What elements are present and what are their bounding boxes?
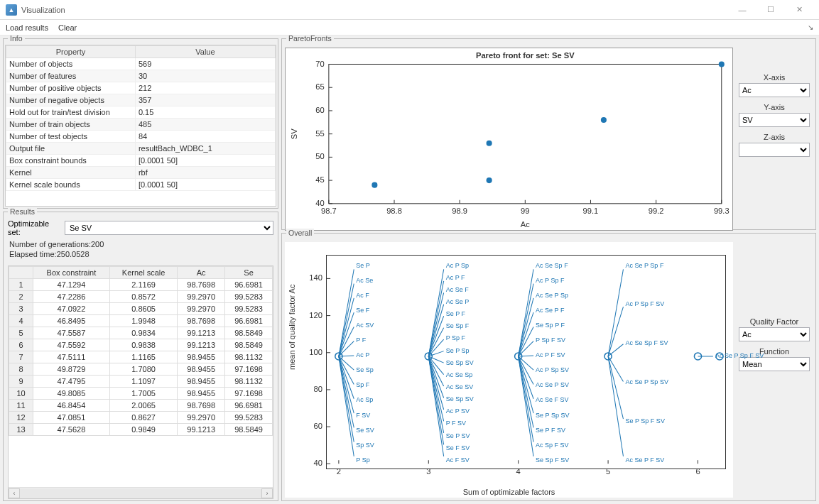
overall-series-label: Ac P [356, 351, 369, 358]
info-table-scroll[interactable]: Property Value Number of objects569Numbe… [6, 45, 276, 206]
info-prop: Number of negative objects [6, 94, 136, 106]
overall-series-label: Se Sp SV [446, 395, 474, 402]
svg-text:60: 60 [315, 106, 324, 114]
info-prop: Output file [6, 143, 136, 155]
table-row[interactable]: 647.55920.983899.121398.5849 [9, 339, 273, 351]
table-row[interactable]: 446.84951.994898.769896.6981 [9, 314, 273, 327]
overall-series-label: Ac Se SV [446, 383, 474, 390]
elapsed-label: Elapsed time: [9, 250, 57, 258]
results-grid: Box constraintKernel scaleAcSe 147.12942… [9, 266, 273, 436]
grid-cell: 49.8085 [33, 387, 110, 399]
overall-series-label: Ac Se Sp F SV [626, 339, 668, 346]
table-row[interactable]: 147.12942.116998.769896.6981 [9, 278, 273, 290]
svg-text:40: 40 [315, 199, 324, 207]
z-axis-select[interactable] [739, 143, 810, 157]
grid-cell: 98.7698 [178, 399, 225, 411]
svg-text:45: 45 [315, 175, 324, 184]
overall-series-label: Ac Se F SV [536, 396, 569, 403]
pareto-panel-title: ParetoFronts [286, 35, 334, 43]
scroll-right-icon[interactable]: › [261, 488, 273, 498]
overall-series-label: Ac Sp F SV [536, 442, 569, 449]
svg-rect-0 [329, 64, 722, 203]
results-panel: Results Optimizable set: Se SV Number of… [3, 212, 278, 501]
grid-cell: 96.6981 [225, 278, 273, 290]
grid-cell: 99.2970 [178, 302, 225, 314]
maximize-button[interactable]: ☐ [756, 0, 785, 19]
info-val: 30 [135, 70, 275, 82]
overall-series-label: Ac Sp [356, 396, 373, 403]
optimizable-set-select[interactable]: Se SV [65, 221, 273, 235]
info-prop: Number of positive objects [6, 82, 136, 94]
table-row[interactable]: 547.55870.983499.121398.5849 [9, 327, 273, 339]
info-val: 212 [135, 82, 275, 94]
info-val: rbf [135, 167, 275, 179]
quality-factor-label: Quality Factor [739, 317, 810, 326]
table-row[interactable]: 1049.80851.700598.945597.1698 [9, 387, 273, 399]
results-hscroll[interactable]: ‹ › [9, 487, 273, 498]
svg-text:98.7: 98.7 [321, 207, 337, 215]
overall-series-label: Ac Se P Sp [536, 292, 568, 299]
info-val: 0.15 [135, 106, 275, 119]
svg-text:50: 50 [315, 152, 324, 160]
overall-series-label: Ac Se P Sp F SV [715, 352, 764, 359]
overall-series-label: Ac Se P Sp F [626, 262, 664, 269]
grid-cell: 99.5283 [225, 302, 273, 314]
overall-panel-title: Overall [286, 229, 314, 237]
x-axis-select[interactable]: Ac [739, 83, 810, 97]
grid-cell: 1.7080 [109, 363, 177, 375]
y-axis-label: Y-axis [739, 103, 810, 111]
table-row[interactable]: 347.09220.860599.297099.5283 [9, 302, 273, 314]
quality-factor-select[interactable]: Ac [739, 327, 810, 341]
minimize-button[interactable]: — [728, 0, 756, 19]
results-grid-scroll[interactable]: Box constraintKernel scaleAcSe 147.12942… [9, 266, 273, 487]
y-axis-select[interactable]: SV [739, 113, 810, 127]
menu-chevron-icon[interactable]: ↘ [808, 23, 813, 31]
grid-cell: 96.6981 [225, 399, 273, 411]
grid-col: Kernel scale [109, 266, 177, 278]
svg-text:100: 100 [309, 348, 322, 356]
overall-series-label: Se Sp SV [446, 359, 474, 366]
grid-col: Se [225, 266, 273, 278]
grid-cell: 96.6981 [225, 314, 273, 327]
overall-series-label: Sp SV [356, 442, 374, 449]
row-number: 6 [9, 339, 33, 351]
clear-menu[interactable]: Clear [58, 23, 77, 32]
grid-cell: 99.1213 [178, 423, 225, 435]
overall-series-label: Se P F [446, 310, 465, 317]
table-row[interactable]: 947.47951.109798.945598.1132 [9, 375, 273, 387]
table-row[interactable]: 247.22860.857299.297099.5283 [9, 290, 273, 302]
grid-cell: 98.1132 [225, 375, 273, 387]
load-results-menu[interactable]: Load results [6, 23, 48, 32]
overall-series-label: Ac P Sp F [536, 277, 564, 284]
grid-cell: 98.9455 [178, 351, 225, 363]
row-number: 7 [9, 351, 33, 363]
overall-series-label: Ac P Sp SV [536, 366, 569, 373]
info-val: [0.0001 50] [135, 179, 275, 191]
svg-text:Pareto front for set: Se SV: Pareto front for set: Se SV [476, 51, 575, 60]
table-row[interactable]: 849.87291.708098.945597.1698 [9, 363, 273, 375]
table-row[interactable]: 1247.08510.862799.297099.5283 [9, 411, 273, 423]
overall-series-label: Se P [356, 262, 370, 269]
grid-cell: 98.7698 [178, 314, 225, 327]
table-row[interactable]: 747.51111.116598.945598.1132 [9, 351, 273, 363]
grid-cell: 98.9455 [178, 363, 225, 375]
scroll-left-icon[interactable]: ‹ [9, 488, 20, 498]
close-button[interactable]: ✕ [785, 0, 813, 19]
table-row[interactable]: 1347.56280.984999.121398.5849 [9, 423, 273, 435]
grid-cell: 46.8495 [33, 314, 110, 327]
info-val: 84 [135, 131, 275, 143]
grid-cell: 47.4795 [33, 375, 110, 387]
grid-cell: 47.0851 [33, 411, 110, 423]
overall-series-label: F SV [356, 412, 370, 419]
overall-series-label: Ac P SV [446, 407, 470, 415]
info-prop: Box constraint bounds [6, 155, 136, 167]
grid-cell: 47.5111 [33, 351, 110, 363]
table-row[interactable]: 1146.84542.006598.769896.6981 [9, 399, 273, 411]
ngen-label: Number of generations: [9, 240, 91, 248]
svg-text:SV: SV [290, 128, 298, 140]
info-prop: Kernel scale bounds [6, 179, 136, 191]
grid-cell: 98.9455 [178, 387, 225, 399]
grid-cell: 49.8729 [33, 363, 110, 375]
grid-cell: 98.5849 [225, 327, 273, 339]
grid-cell: 1.1165 [109, 351, 177, 363]
